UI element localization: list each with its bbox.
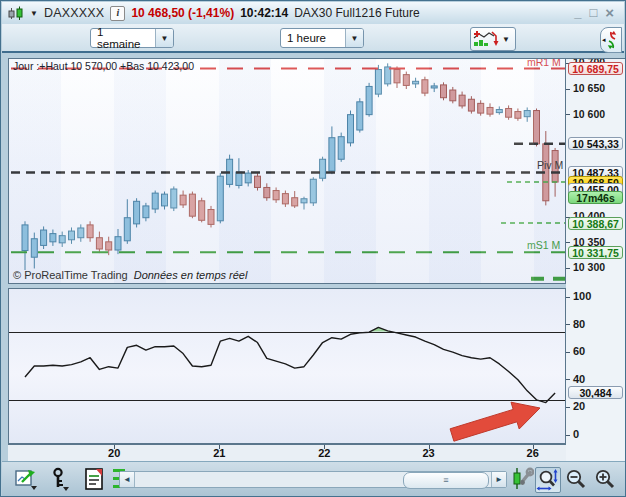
- price-tick-mark: [566, 114, 570, 115]
- timeframe-value: 1 heure: [281, 32, 345, 44]
- value-axis[interactable]: 10 70010 65010 60010 40010 35010 30010 6…: [566, 58, 626, 461]
- rsi-line: [25, 327, 555, 402]
- info-icon[interactable]: i: [110, 6, 125, 21]
- chevron-down-icon: ▼: [161, 34, 169, 43]
- copyright-label: © ProRealTime TradingDonnées en temps ré…: [13, 269, 247, 281]
- chart-type-icon: [473, 30, 499, 48]
- zoom-out-button[interactable]: [564, 467, 588, 491]
- session-bands: [9, 59, 565, 283]
- rsi-tick-mark: [566, 435, 570, 436]
- timeframe-dropdown[interactable]: 1 heure ▼: [280, 28, 364, 48]
- candlestick-logo-icon: [8, 6, 24, 21]
- price-tick-mark: [566, 89, 570, 90]
- history-range-dropdown-button[interactable]: ▼: [155, 29, 173, 47]
- chevron-down-icon: ▼: [502, 35, 510, 44]
- chart-toolbar: 1 semaine ▼ 1 heure ▼ ▼ ◂: [2, 24, 624, 53]
- rsi-tick-label: 40: [573, 373, 585, 385]
- zoom-pan-icon: [536, 468, 560, 492]
- rsi-tick-mark: [566, 324, 570, 325]
- timeframe-dropdown-button[interactable]: ▼: [345, 29, 363, 47]
- day-label: 20: [108, 447, 120, 459]
- key-icon: [49, 467, 71, 491]
- price-bubble: 17m46s: [568, 191, 623, 204]
- bottom-toolbar: ◄ ≡ ►: [2, 461, 626, 497]
- day-label: 23: [422, 447, 434, 459]
- symbol-dropdown-icon[interactable]: ▼: [30, 9, 38, 18]
- scrollbar-track[interactable]: ≡: [135, 472, 491, 487]
- price-tick-mark: [566, 268, 570, 269]
- zoom-out-icon: [564, 467, 588, 491]
- rsi-value-bubble: 30,484: [568, 386, 623, 399]
- day-label: 21: [213, 447, 225, 459]
- price-tick-mark: [566, 242, 570, 243]
- zoom-in-icon: [593, 467, 617, 491]
- chart-scrollbar[interactable]: ◄ ≡ ►: [119, 471, 507, 488]
- price-tick-label: 10 600: [573, 108, 605, 120]
- day-high-low-label: Jour :+Haut 10 570,00 +Bas 10 423,00: [13, 60, 194, 72]
- annotation-arrow: [450, 402, 540, 441]
- symbol-label: DAXXXXX: [44, 6, 104, 20]
- price-bubble: 10 331,75: [568, 246, 623, 259]
- history-range-dropdown[interactable]: 1 semaine ▼: [90, 28, 174, 48]
- rsi-tick-mark: [566, 379, 570, 380]
- price-tick-label: 10 650: [573, 82, 605, 94]
- rsi-tick-label: 80: [573, 318, 585, 330]
- rsi-indicator-plot[interactable]: [8, 288, 566, 444]
- last-price: 10 468,50 (-1,41%): [131, 6, 234, 20]
- chevron-down-icon: ▼: [351, 34, 359, 43]
- rsi-tick-mark: [566, 352, 570, 353]
- minimize-button[interactable]: _: [574, 8, 581, 18]
- export-chart-button[interactable]: [14, 467, 38, 491]
- price-chart-plot[interactable]: Jour :+Haut 10 570,00 +Bas 10 423,00 mR1…: [8, 58, 566, 284]
- quote-time: 10:42:14: [240, 6, 288, 20]
- collapse-side-panel-button[interactable]: ◂: [600, 27, 622, 53]
- prorealtime-chart-window: ▼ DAXXXXX i 10 468,50 (-1,41%) 10:42:14 …: [0, 0, 626, 497]
- rsi-tick-label: 0: [573, 428, 579, 440]
- chart-type-button[interactable]: ▼: [470, 27, 516, 51]
- rsi-tick-label: 20: [573, 400, 585, 412]
- rsi-chart: [9, 289, 565, 443]
- maximize-button[interactable]: □: [589, 8, 597, 18]
- rsi-tick-label: 60: [573, 345, 585, 357]
- scroll-left-button[interactable]: ◄: [120, 472, 135, 487]
- notes-button[interactable]: [82, 467, 106, 491]
- zoom-pan-mode-button[interactable]: [535, 467, 561, 493]
- close-button[interactable]: ×: [605, 8, 614, 18]
- rsi-tick-mark: [566, 407, 570, 408]
- zoom-in-button[interactable]: [593, 467, 617, 491]
- swap-arrows-icon: [606, 30, 618, 50]
- scrollbar-thumb[interactable]: ≡: [403, 472, 489, 489]
- day-label: 22: [318, 447, 330, 459]
- instrument-name: DAX30 Full1216 Future: [294, 6, 419, 20]
- price-bubble: 10 388,67: [568, 217, 623, 230]
- price-tick-label: 10 300: [573, 261, 605, 273]
- export-chart-icon: [14, 467, 38, 491]
- history-range-value: 1 semaine: [91, 26, 155, 50]
- day-label: 26: [527, 447, 539, 459]
- title-bar: ▼ DAXXXXX i 10 468,50 (-1,41%) 10:42:14 …: [2, 2, 624, 24]
- scroll-right-button[interactable]: ►: [491, 472, 506, 487]
- notes-icon: [83, 467, 105, 491]
- rsi-tick-label: 100: [573, 290, 591, 302]
- time-axis[interactable]: 2021222326: [8, 444, 566, 461]
- wrench-candle-icon: [510, 467, 534, 491]
- price-bubble: 10 543,33: [568, 137, 623, 150]
- price-bubble: 10 689,75: [568, 62, 623, 75]
- rsi-tick-mark: [566, 297, 570, 298]
- chart-settings-button[interactable]: [510, 467, 534, 491]
- orders-key-button[interactable]: [48, 467, 72, 491]
- realtime-data-label: Données en temps réel: [134, 269, 248, 281]
